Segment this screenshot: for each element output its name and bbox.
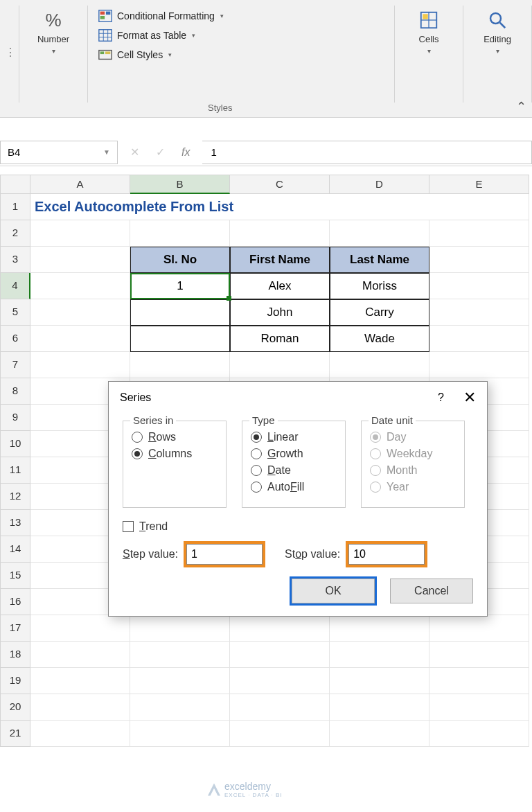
table-cell[interactable]: John <box>230 299 330 326</box>
cell[interactable] <box>30 273 130 299</box>
row-header-19[interactable]: 19 <box>0 668 30 694</box>
cell[interactable] <box>230 352 330 378</box>
stop-value-input[interactable] <box>348 544 425 565</box>
cell[interactable] <box>130 694 230 721</box>
editing-button[interactable]: Editing ▾ <box>473 8 522 55</box>
row-header-7[interactable]: 7 <box>0 352 30 378</box>
conditional-formatting-button[interactable]: Conditional Formatting▾ <box>98 8 224 24</box>
col-header-d[interactable]: D <box>330 175 429 194</box>
cell[interactable] <box>330 694 429 721</box>
row-header-15[interactable]: 15 <box>0 563 30 589</box>
close-icon[interactable]: ✕ <box>463 389 476 407</box>
cell[interactable] <box>429 299 529 326</box>
cell[interactable] <box>429 352 529 378</box>
cell[interactable] <box>30 247 130 273</box>
active-cell[interactable]: 1 <box>130 273 230 299</box>
cell[interactable] <box>429 273 529 299</box>
row-header-20[interactable]: 20 <box>0 694 30 721</box>
col-header-e[interactable]: E <box>429 175 529 194</box>
row-header-13[interactable]: 13 <box>0 510 30 536</box>
cell[interactable] <box>230 668 330 694</box>
cell[interactable] <box>330 352 429 378</box>
row-header-18[interactable]: 18 <box>0 642 30 668</box>
cell-styles-button[interactable]: Cell Styles▾ <box>98 47 172 62</box>
row-header-10[interactable]: 10 <box>0 431 30 457</box>
cell[interactable] <box>30 352 130 378</box>
formula-input[interactable]: 1 <box>202 141 532 164</box>
cell[interactable] <box>429 615 529 642</box>
sheet-title[interactable]: Excel Autocomplete From List <box>30 194 529 220</box>
row-header-3[interactable]: 3 <box>0 247 30 273</box>
cell[interactable] <box>429 668 529 694</box>
row-header-11[interactable]: 11 <box>0 457 30 484</box>
cell[interactable] <box>30 615 130 642</box>
cells-button[interactable]: Cells ▾ <box>405 8 453 55</box>
table-cell[interactable]: Alex <box>230 273 330 299</box>
cell[interactable] <box>230 694 330 721</box>
cell[interactable] <box>330 721 429 747</box>
radio-rows[interactable]: Rows <box>132 431 218 443</box>
row-header-16[interactable]: 16 <box>0 589 30 615</box>
row-header-1[interactable]: 1 <box>0 194 30 220</box>
select-all-corner[interactable] <box>0 175 30 194</box>
cell[interactable] <box>130 668 230 694</box>
cell[interactable] <box>30 299 130 326</box>
cell[interactable] <box>230 220 330 247</box>
cell[interactable] <box>330 668 429 694</box>
row-header-12[interactable]: 12 <box>0 484 30 510</box>
accept-entry-icon[interactable]: ✓ <box>156 145 165 159</box>
trend-checkbox[interactable]: Trend <box>123 520 473 533</box>
cancel-entry-icon[interactable]: ✕ <box>130 145 139 159</box>
cell[interactable] <box>330 615 429 642</box>
cancel-button[interactable]: Cancel <box>390 579 473 603</box>
col-header-c[interactable]: C <box>230 175 330 194</box>
cell[interactable] <box>429 642 529 668</box>
cell[interactable] <box>429 694 529 721</box>
cell[interactable] <box>330 220 429 247</box>
cell[interactable] <box>130 642 230 668</box>
number-format-button[interactable]: % Number ▾ <box>29 8 78 55</box>
cell[interactable] <box>30 642 130 668</box>
ribbon-scroll-left[interactable] <box>0 6 19 103</box>
fx-icon[interactable]: fx <box>181 146 190 159</box>
cell[interactable] <box>30 694 130 721</box>
table-cell[interactable]: Carry <box>330 299 429 326</box>
cell[interactable] <box>130 721 230 747</box>
cell[interactable] <box>130 352 230 378</box>
row-header-5[interactable]: 5 <box>0 299 30 326</box>
step-value-input[interactable] <box>186 544 263 565</box>
row-header-21[interactable]: 21 <box>0 721 30 747</box>
cell[interactable] <box>30 326 130 352</box>
col-header-a[interactable]: A <box>30 175 130 194</box>
row-header-6[interactable]: 6 <box>0 326 30 352</box>
format-as-table-button[interactable]: Format as Table▾ <box>98 28 195 43</box>
radio-linear[interactable]: Linear <box>251 431 337 443</box>
table-cell[interactable]: Wade <box>330 326 429 352</box>
cell[interactable] <box>429 220 529 247</box>
table-cell[interactable] <box>130 326 230 352</box>
ok-button[interactable]: OK <box>292 579 375 603</box>
row-header-14[interactable]: 14 <box>0 536 30 563</box>
cell[interactable] <box>230 721 330 747</box>
row-header-2[interactable]: 2 <box>0 220 30 247</box>
table-cell[interactable] <box>130 299 230 326</box>
radio-date[interactable]: Date <box>251 464 337 477</box>
cell[interactable] <box>130 615 230 642</box>
col-header-b[interactable]: B <box>130 175 230 194</box>
cell[interactable] <box>30 721 130 747</box>
table-cell[interactable]: Moriss <box>330 273 429 299</box>
cell[interactable] <box>429 247 529 273</box>
dialog-help-button[interactable]: ? <box>438 391 444 404</box>
cell[interactable] <box>30 220 130 247</box>
name-box[interactable]: B4 ▼ <box>0 141 118 164</box>
cell[interactable] <box>130 220 230 247</box>
row-header-9[interactable]: 9 <box>0 405 30 431</box>
row-header-4[interactable]: 4 <box>0 273 30 299</box>
table-header-slno[interactable]: Sl. No <box>130 247 230 273</box>
cell[interactable] <box>230 615 330 642</box>
table-cell[interactable]: Roman <box>230 326 330 352</box>
table-header-last[interactable]: Last Name <box>330 247 429 273</box>
radio-growth[interactable]: Growth <box>251 448 337 460</box>
cell[interactable] <box>330 642 429 668</box>
cell[interactable] <box>30 668 130 694</box>
